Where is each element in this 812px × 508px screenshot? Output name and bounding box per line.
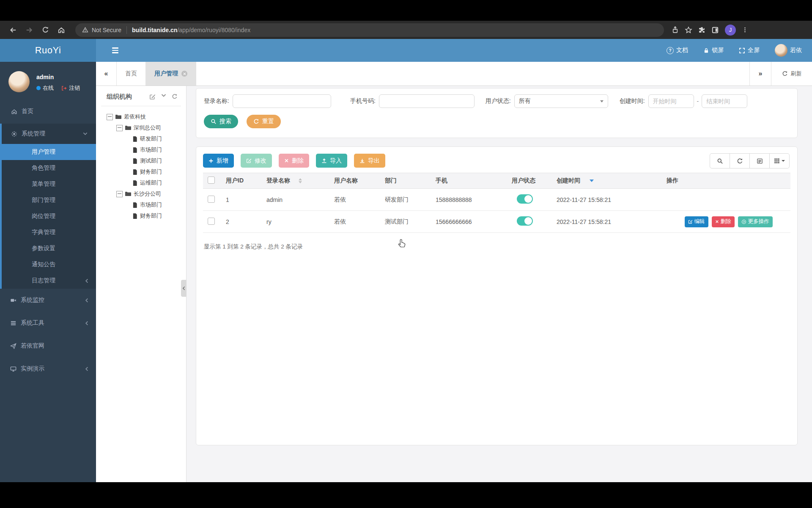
reload-button[interactable] bbox=[37, 24, 53, 36]
tree-node-dept[interactable]: 研发部门 bbox=[96, 133, 186, 144]
sidebar-item-dict-manage[interactable]: 字典管理 bbox=[2, 224, 96, 240]
extensions-puzzle-icon[interactable] bbox=[698, 26, 705, 33]
tree-node-dept[interactable]: 市场部门 bbox=[96, 199, 186, 210]
tree-node-dept[interactable]: 财务部门 bbox=[96, 210, 186, 221]
columns-picker-button[interactable] bbox=[769, 153, 790, 168]
back-button[interactable] bbox=[5, 24, 21, 36]
sort-desc-icon[interactable] bbox=[590, 179, 594, 182]
table-row[interactable]: 2 ry 若依 测试部门 15666666666 2022-11-27 15:5… bbox=[203, 211, 790, 233]
export-button[interactable]: 导出 bbox=[354, 154, 385, 168]
import-button[interactable]: 导入 bbox=[316, 154, 347, 168]
sidebar-item-menu-manage[interactable]: 菜单管理 bbox=[2, 176, 96, 192]
table-view-controls bbox=[710, 153, 790, 168]
fullscreen-button[interactable]: 全屏 bbox=[739, 47, 760, 54]
phone-input[interactable] bbox=[379, 94, 475, 108]
cell-phone: 15888888888 bbox=[429, 189, 505, 211]
col-created[interactable]: 创建时间 bbox=[550, 173, 660, 189]
panel-collapse-handle[interactable] bbox=[181, 280, 187, 297]
logout-link[interactable]: 注销 bbox=[69, 84, 80, 92]
sidebar-item-demo[interactable]: 实例演示 bbox=[0, 357, 96, 380]
start-time-input[interactable] bbox=[648, 94, 694, 108]
tree-node-shenzhen[interactable]: 深圳总公司 bbox=[96, 122, 186, 133]
tree-node-dept[interactable]: 测试部门 bbox=[96, 155, 186, 166]
chevron-left-icon bbox=[85, 279, 88, 283]
share-icon[interactable] bbox=[672, 26, 679, 33]
tree-collapse-box[interactable] bbox=[107, 114, 113, 120]
tab-home[interactable]: 首页 bbox=[117, 62, 146, 86]
tab-panel-icon[interactable] bbox=[711, 26, 719, 34]
sidebar-avatar[interactable] bbox=[8, 71, 30, 92]
status-toggle-on[interactable] bbox=[517, 194, 533, 204]
tabs-scroll-left-button[interactable]: « bbox=[96, 62, 117, 86]
row-more-actions-button[interactable]: 更多操作 bbox=[738, 216, 773, 227]
close-tab-icon[interactable] bbox=[181, 71, 187, 77]
refresh-page-button[interactable]: 刷新 bbox=[771, 62, 812, 86]
paper-plane-icon bbox=[10, 343, 16, 349]
refresh-icon[interactable] bbox=[172, 94, 178, 100]
select-all-checkbox[interactable] bbox=[208, 177, 215, 184]
browser-profile-avatar[interactable]: J bbox=[725, 25, 736, 36]
user-menu[interactable]: 若依 bbox=[775, 44, 802, 57]
tree-node-dept[interactable]: 市场部门 bbox=[96, 144, 186, 155]
end-time-input[interactable] bbox=[702, 94, 747, 108]
tab-user-manage[interactable]: 用户管理 bbox=[146, 62, 196, 86]
menu-kebab-icon[interactable] bbox=[742, 26, 748, 33]
tree-node-company[interactable]: 若依科技 bbox=[96, 111, 186, 122]
tree-collapse-box[interactable] bbox=[116, 191, 123, 197]
chevron-left-icon bbox=[85, 367, 88, 371]
cell-dept: 测试部门 bbox=[378, 211, 429, 233]
app-logo[interactable]: RuoYi bbox=[0, 39, 96, 62]
status-select[interactable]: 所有 bbox=[514, 94, 608, 108]
cell-created: 2022-11-27 15:58:21 bbox=[550, 189, 660, 211]
lock-screen-button[interactable]: 锁屏 bbox=[703, 47, 724, 54]
sort-icon[interactable] bbox=[299, 178, 302, 183]
forward-button[interactable] bbox=[21, 24, 37, 36]
grid-icon bbox=[774, 158, 780, 164]
sidebar-item-ruoyi-website[interactable]: 若依官网 bbox=[0, 334, 96, 357]
delete-button[interactable]: 删除 bbox=[279, 154, 309, 168]
add-button[interactable]: 新增 bbox=[203, 154, 234, 168]
reset-button[interactable]: 重置 bbox=[247, 115, 281, 128]
sidebar-item-log-manage[interactable]: 日志管理 bbox=[2, 273, 96, 289]
edit-pencil-icon[interactable] bbox=[149, 94, 156, 100]
tree-node-dept[interactable]: 财务部门 bbox=[96, 166, 186, 177]
col-login-name[interactable]: 登录名称 bbox=[260, 173, 327, 189]
search-icon bbox=[717, 158, 723, 164]
chevron-down-icon[interactable] bbox=[161, 94, 166, 100]
show-search-button[interactable] bbox=[710, 153, 730, 168]
address-bar[interactable]: Not Secure build.titanide.cn /app/demo/r… bbox=[75, 23, 664, 37]
tree-node-dept[interactable]: 运维部门 bbox=[96, 177, 186, 188]
sidebar-toggle-hamburger-icon[interactable] bbox=[112, 47, 118, 53]
sidebar-item-post-manage[interactable]: 岗位管理 bbox=[2, 208, 96, 224]
home-button[interactable] bbox=[53, 24, 69, 36]
row-checkbox[interactable] bbox=[208, 218, 215, 225]
tree-node-changsha[interactable]: 长沙分公司 bbox=[96, 188, 186, 199]
sidebar-item-home[interactable]: 首页 bbox=[0, 99, 96, 124]
sidebar-item-user-manage[interactable]: 用户管理 bbox=[2, 144, 96, 160]
bookmark-star-icon[interactable] bbox=[685, 26, 692, 34]
sidebar-item-role-manage[interactable]: 角色管理 bbox=[2, 160, 96, 176]
sidebar-item-system-tools[interactable]: 系统工具 bbox=[0, 312, 96, 334]
search-button[interactable]: 搜索 bbox=[204, 115, 238, 128]
row-checkbox[interactable] bbox=[208, 196, 215, 203]
sidebar-item-dept-manage[interactable]: 部门管理 bbox=[2, 192, 96, 208]
app-header: RuoYi ? 文档 锁屏 全屏 若依 bbox=[0, 39, 812, 62]
desktop-icon bbox=[10, 366, 16, 372]
detail-view-button[interactable] bbox=[749, 153, 770, 168]
row-edit-button[interactable]: 编辑 bbox=[685, 216, 708, 227]
tree-collapse-box[interactable] bbox=[116, 125, 123, 131]
sidebar-item-notice[interactable]: 通知公告 bbox=[2, 257, 96, 273]
refresh-icon bbox=[737, 158, 743, 164]
sidebar-item-system-manage[interactable]: 系统管理 bbox=[2, 124, 96, 144]
tab-bar: « 首页 用户管理 » 刷新 bbox=[96, 62, 812, 86]
row-delete-button[interactable]: 删除 bbox=[712, 216, 735, 227]
table-row[interactable]: 1 admin 若依 研发部门 15888888888 2022-11-27 1… bbox=[203, 189, 790, 211]
sidebar-item-system-monitor[interactable]: 系统监控 bbox=[0, 289, 96, 312]
login-name-input[interactable] bbox=[233, 94, 331, 108]
tabs-scroll-right-button[interactable]: » bbox=[749, 62, 771, 86]
status-toggle-on[interactable] bbox=[517, 216, 533, 226]
edit-button[interactable]: 修改 bbox=[241, 154, 272, 168]
docs-link[interactable]: ? 文档 bbox=[667, 47, 688, 54]
refresh-table-button[interactable] bbox=[730, 153, 750, 168]
sidebar-item-param-config[interactable]: 参数设置 bbox=[2, 240, 96, 257]
